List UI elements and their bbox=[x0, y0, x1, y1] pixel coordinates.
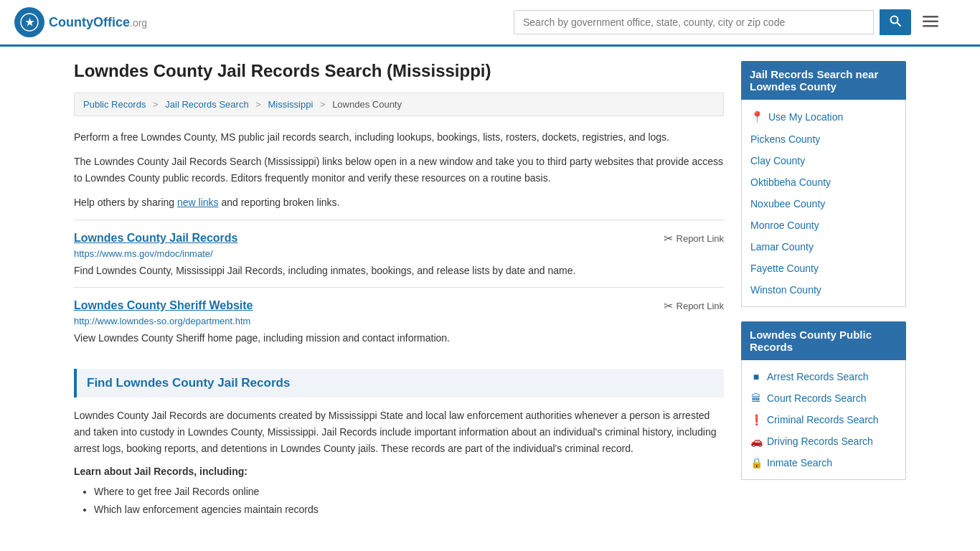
court-records-icon: 🏛 bbox=[750, 392, 762, 404]
inmate-search-label: Inmate Search bbox=[767, 457, 832, 468]
search-area bbox=[514, 9, 944, 35]
result-desc-1: Find Lowndes County, Mississippi Jail Re… bbox=[74, 263, 724, 278]
svg-text:★: ★ bbox=[25, 17, 34, 28]
svg-rect-6 bbox=[923, 25, 938, 27]
sidebar-inmate-search[interactable]: 🔒 Inmate Search bbox=[742, 452, 905, 474]
content-area: Lowndes County Jail Records Search (Miss… bbox=[74, 61, 724, 519]
learn-heading: Learn about Jail Records, including: bbox=[74, 466, 724, 477]
report-label-2: Report Link bbox=[677, 301, 724, 311]
location-pin-icon: 📍 bbox=[750, 110, 764, 123]
search-input[interactable] bbox=[514, 10, 874, 34]
svg-rect-5 bbox=[923, 21, 938, 23]
sidebar-court-records[interactable]: 🏛 Court Records Search bbox=[742, 387, 905, 409]
sidebar-county-winston-label: Winston County bbox=[750, 284, 821, 296]
search-button[interactable] bbox=[880, 9, 911, 35]
breadcrumb-sep1: > bbox=[153, 99, 159, 110]
result-item-2: Lowndes County Sheriff Website ✂ Report … bbox=[74, 287, 724, 354]
bullet-item-2: Which law enforcement agencies maintain … bbox=[94, 501, 724, 519]
result-item-1: Lowndes County Jail Records ✂ Report Lin… bbox=[74, 220, 724, 287]
sidebar-county-oktibbeha[interactable]: Oktibbeha County bbox=[742, 171, 905, 193]
sidebar-county-pickens-label: Pickens County bbox=[750, 133, 820, 145]
sidebar-county-monroe-label: Monroe County bbox=[750, 220, 819, 231]
logo-text: CountyOffice.org bbox=[49, 15, 147, 30]
description-2: The Lowndes County Jail Records Search (… bbox=[74, 154, 724, 186]
breadcrumb-sep2: > bbox=[255, 99, 261, 110]
scissors-icon-1: ✂ bbox=[664, 232, 673, 245]
sidebar-nearby-title: Jail Records Search near Lowndes County bbox=[741, 61, 906, 100]
svg-line-3 bbox=[897, 23, 901, 27]
sidebar-public-records: Lowndes County Public Records ■ Arrest R… bbox=[741, 321, 906, 480]
breadcrumb-lowndes: Lowndes County bbox=[332, 99, 402, 110]
report-link-2[interactable]: ✂ Report Link bbox=[664, 299, 724, 313]
sidebar-driving-records[interactable]: 🚗 Driving Records Search bbox=[742, 430, 905, 452]
sidebar-county-noxubee-label: Noxubee County bbox=[750, 198, 825, 209]
sidebar-county-monroe[interactable]: Monroe County bbox=[742, 215, 905, 236]
breadcrumb-mississippi[interactable]: Mississippi bbox=[268, 99, 313, 110]
description-1: Perform a free Lowndes County, MS public… bbox=[74, 129, 724, 145]
result-url-1[interactable]: https://www.ms.gov/mdoc/inmate/ bbox=[74, 248, 724, 259]
breadcrumb-public-records[interactable]: Public Records bbox=[83, 99, 146, 110]
new-links-link[interactable]: new links bbox=[177, 197, 219, 208]
result-url-2[interactable]: http://www.lowndes-so.org/department.htm bbox=[74, 316, 724, 326]
driving-records-icon: 🚗 bbox=[750, 435, 762, 447]
main-container: Lowndes County Jail Records Search (Miss… bbox=[60, 47, 920, 533]
report-label-1: Report Link bbox=[677, 233, 724, 244]
court-records-label: Court Records Search bbox=[767, 392, 867, 404]
sidebar-public-records-content: ■ Arrest Records Search 🏛 Court Records … bbox=[741, 360, 906, 480]
sidebar-county-noxubee[interactable]: Noxubee County bbox=[742, 193, 905, 215]
sidebar-nearby: Jail Records Search near Lowndes County … bbox=[741, 61, 906, 307]
use-location-label: Use My Location bbox=[768, 111, 843, 123]
sidebar-county-lamar-label: Lamar County bbox=[750, 241, 814, 253]
result-header-1: Lowndes County Jail Records ✂ Report Lin… bbox=[74, 232, 724, 245]
menu-button[interactable] bbox=[917, 10, 944, 34]
bullet-list: Where to get free Jail Records online Wh… bbox=[74, 483, 724, 519]
logo-area: ★ CountyOffice.org bbox=[14, 7, 147, 37]
criminal-records-label: Criminal Records Search bbox=[767, 414, 879, 425]
section-heading: Find Lowndes County Jail Records bbox=[74, 369, 724, 397]
svg-rect-4 bbox=[923, 16, 938, 18]
logo-icon: ★ bbox=[14, 7, 44, 37]
arrest-records-icon: ■ bbox=[750, 371, 762, 382]
breadcrumb-sep3: > bbox=[320, 99, 326, 110]
sidebar-nearby-content: 📍 Use My Location Pickens County Clay Co… bbox=[741, 100, 906, 307]
result-header-2: Lowndes County Sheriff Website ✂ Report … bbox=[74, 299, 724, 313]
sidebar-county-clay[interactable]: Clay County bbox=[742, 150, 905, 171]
sidebar-county-oktibbeha-label: Oktibbeha County bbox=[750, 176, 831, 188]
page-title: Lowndes County Jail Records Search (Miss… bbox=[74, 61, 724, 81]
report-link-1[interactable]: ✂ Report Link bbox=[664, 232, 724, 245]
sidebar-county-pickens[interactable]: Pickens County bbox=[742, 128, 905, 150]
scissors-icon-2: ✂ bbox=[664, 299, 673, 313]
arrest-records-label: Arrest Records Search bbox=[767, 371, 869, 382]
body-text-1: Lowndes County Jail Records are document… bbox=[74, 408, 724, 457]
sidebar-county-clay-label: Clay County bbox=[750, 155, 805, 166]
bullet-item-1: Where to get free Jail Records online bbox=[94, 483, 724, 501]
breadcrumb-jail-records[interactable]: Jail Records Search bbox=[165, 99, 248, 110]
result-title-2[interactable]: Lowndes County Sheriff Website bbox=[74, 299, 253, 312]
sidebar-public-records-title: Lowndes County Public Records bbox=[741, 321, 906, 360]
sidebar-county-winston[interactable]: Winston County bbox=[742, 279, 905, 301]
header: ★ CountyOffice.org bbox=[0, 0, 980, 47]
sidebar-county-fayette[interactable]: Fayette County bbox=[742, 258, 905, 279]
breadcrumb: Public Records > Jail Records Search > M… bbox=[74, 93, 724, 116]
description-3: Help others by sharing new links and rep… bbox=[74, 194, 724, 210]
driving-records-label: Driving Records Search bbox=[767, 435, 873, 447]
criminal-records-icon: ❗ bbox=[750, 414, 762, 425]
result-desc-2: View Lowndes County Sheriff home page, i… bbox=[74, 331, 724, 346]
sidebar-arrest-records[interactable]: ■ Arrest Records Search bbox=[742, 366, 905, 387]
inmate-search-icon: 🔒 bbox=[750, 457, 762, 468]
sidebar-criminal-records[interactable]: ❗ Criminal Records Search bbox=[742, 409, 905, 430]
use-my-location-link[interactable]: 📍 Use My Location bbox=[742, 105, 905, 128]
result-title-1[interactable]: Lowndes County Jail Records bbox=[74, 232, 237, 245]
sidebar-county-fayette-label: Fayette County bbox=[750, 263, 819, 274]
sidebar-county-lamar[interactable]: Lamar County bbox=[742, 236, 905, 258]
sidebar: Jail Records Search near Lowndes County … bbox=[741, 61, 906, 519]
